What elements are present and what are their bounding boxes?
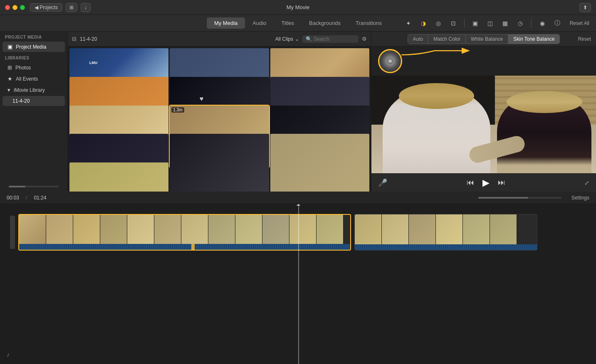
color-wheel-dot: [387, 58, 393, 64]
playback-controls: 🎤 ⏮ ▶ ⏭ ⤢: [371, 173, 596, 192]
color-wheel-area: [371, 47, 596, 76]
reset-all-button[interactable]: Reset All: [570, 20, 589, 26]
titlebar-left: ◀ Projects ⊞ ↓: [30, 3, 91, 12]
toolbar-divider-2: [531, 19, 532, 27]
tab-my-media[interactable]: My Media: [207, 17, 245, 29]
person-icon[interactable]: ◉: [537, 17, 548, 29]
share-button[interactable]: ⬆: [579, 3, 591, 12]
tab-skin-tone[interactable]: Skin Tone Balance: [508, 34, 559, 44]
sidebar-date-label: 11-4-20: [12, 98, 30, 104]
projects-button[interactable]: ◀ Projects: [30, 3, 62, 12]
clip-thumb[interactable]: [170, 134, 269, 192]
photos-icon: ⊞: [7, 64, 12, 71]
skip-back-button[interactable]: ⏮: [467, 178, 474, 187]
timeline-tracks: [0, 204, 596, 257]
scene-overlay: [371, 76, 596, 173]
sidebar-item-label: Project Media: [16, 44, 46, 50]
filter-chevron-icon: ⌄: [295, 36, 299, 42]
tab-audio[interactable]: Audio: [245, 17, 274, 29]
preview-panel: Auto Match Color White Balance Skin Tone…: [371, 32, 596, 192]
play-button[interactable]: ▶: [482, 177, 490, 188]
color-wheel-inner: [383, 54, 398, 69]
timeline-body: ♪: [0, 204, 596, 364]
sidebar-scrollbar-thumb[interactable]: [9, 186, 25, 187]
timeline-scrollbar[interactable]: [478, 197, 561, 199]
waveform-marker: [191, 244, 195, 250]
media-browser-header: ⊟ 11-4-20 All Clips ⌄ 🔍 ⚙: [68, 32, 371, 47]
search-box: 🔍: [302, 35, 359, 43]
tab-titles[interactable]: Titles: [274, 17, 302, 29]
titlebar-right: ⬆: [579, 3, 591, 12]
grid-toggle-button[interactable]: ⊟: [72, 36, 77, 42]
sidebar: PROJECT MEDIA ▣ Project Media LIBRARIES …: [0, 32, 68, 192]
reset-button[interactable]: Reset: [578, 36, 591, 42]
timeline-scroll-area: Settings: [53, 195, 589, 201]
track-handle-left[interactable]: [10, 216, 15, 249]
sidebar-item-project-media[interactable]: ▣ Project Media: [2, 42, 65, 52]
magic-wand-icon[interactable]: ✦: [403, 17, 414, 29]
minimize-button[interactable]: [12, 5, 17, 10]
microphone-button[interactable]: 🎤: [378, 178, 387, 187]
sidebar-item-11-4-20[interactable]: 11-4-20: [2, 96, 65, 106]
sidebar-scrollbar[interactable]: [9, 186, 59, 187]
toolbar-right: ✦ ◑ ◎ ⊡ ▣ ◫ ▦ ◷ ◉ ⓘ Reset All: [403, 17, 589, 29]
toolbar: My Media Audio Titles Backgrounds Transi…: [0, 15, 596, 32]
fullscreen-button[interactable]: [20, 5, 25, 10]
clip-thumb[interactable]: [270, 134, 369, 192]
color-balance-wheel[interactable]: [378, 49, 402, 73]
timecode-current: 00:03: [7, 195, 19, 201]
waveform-inner-2: [355, 244, 537, 250]
color-correction-icon[interactable]: ◑: [418, 17, 429, 29]
download-button[interactable]: ↓: [81, 3, 91, 12]
annotation-arrow-svg: [401, 42, 485, 76]
waveform-bar: [19, 244, 350, 250]
preview-video: [371, 76, 596, 173]
tab-backgrounds[interactable]: Backgrounds: [302, 17, 348, 29]
timeline-scrollbar-thumb[interactable]: [478, 197, 528, 199]
toolbar-divider: [464, 19, 465, 27]
speed-icon[interactable]: ◷: [514, 17, 526, 29]
close-button[interactable]: [5, 5, 10, 10]
filter-dropdown[interactable]: All Clips ⌄: [275, 36, 299, 42]
transport-controls: ⏮ ▶ ⏭: [467, 177, 505, 188]
music-icon-area: ♪: [7, 351, 10, 358]
sidebar-library-label: iMovie Library: [14, 87, 45, 93]
grid-view-button[interactable]: ⊞: [66, 3, 77, 12]
tab-transitions[interactable]: Transitions: [348, 17, 389, 29]
clip-thumb[interactable]: [69, 162, 168, 192]
clip-grid: LMU ♥: [68, 47, 371, 192]
info-icon[interactable]: ⓘ: [551, 17, 563, 29]
traffic-lights: [5, 5, 25, 10]
all-events-icon: ★: [7, 76, 12, 82]
sidebar-item-all-events[interactable]: ★ All Events: [2, 74, 65, 84]
main-timeline-clip[interactable]: [18, 214, 351, 251]
browser-settings-icon[interactable]: ⚙: [362, 36, 367, 42]
sidebar-photos-label: Photos: [15, 65, 31, 71]
search-input[interactable]: [314, 36, 355, 42]
chart-icon[interactable]: ▦: [500, 17, 511, 29]
sidebar-events-label: All Events: [16, 76, 38, 82]
toolbar-tabs: My Media Audio Titles Backgrounds Transi…: [207, 17, 389, 29]
media-date-label: 11-4-20: [80, 36, 272, 42]
sidebar-item-photos[interactable]: ⊞ Photos: [2, 62, 65, 73]
palette-icon[interactable]: ◎: [433, 17, 444, 29]
crop-icon[interactable]: ⊡: [448, 17, 459, 29]
video-frame: [371, 76, 596, 173]
timeline-header: 00:03 / 01:24 Settings: [0, 192, 596, 204]
timecode-divider: /: [26, 195, 27, 201]
audio-icon[interactable]: ◫: [485, 17, 496, 29]
main-content: PROJECT MEDIA ▣ Project Media LIBRARIES …: [0, 32, 596, 192]
second-timeline-clip[interactable]: [354, 214, 537, 251]
expand-button[interactable]: ⤢: [584, 180, 589, 186]
titlebar: ◀ Projects ⊞ ↓ My Movie ⬆: [0, 0, 596, 15]
waveform-inner: [19, 244, 350, 250]
settings-button[interactable]: Settings: [571, 195, 589, 201]
color-wheel-container: [378, 49, 402, 73]
skip-forward-button[interactable]: ⏭: [498, 178, 505, 187]
project-media-header: PROJECT MEDIA: [0, 32, 67, 41]
camera-icon[interactable]: ▣: [470, 17, 481, 29]
music-note-icon: ♪: [7, 351, 10, 358]
search-icon: 🔍: [306, 36, 312, 42]
sidebar-item-imovie-library[interactable]: ▾ iMovie Library: [2, 85, 65, 95]
clip-duration-badge: 1.3m: [171, 107, 184, 113]
